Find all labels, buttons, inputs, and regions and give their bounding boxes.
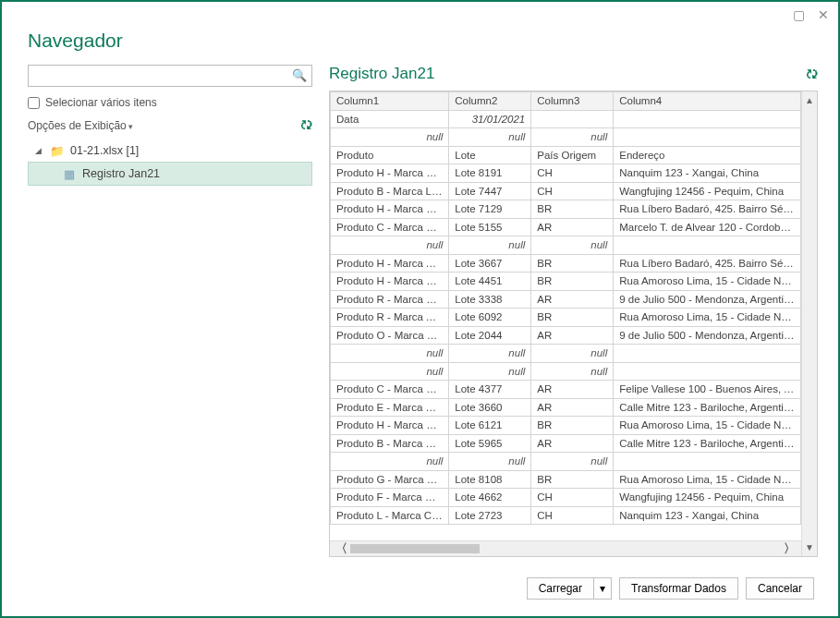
cell: CH <box>531 164 614 183</box>
caret-down-icon: ◢ <box>35 146 44 155</box>
preview-title: Registro Jan21 <box>329 65 434 83</box>
cell-null <box>614 453 801 471</box>
scroll-up-icon[interactable]: ▲ <box>805 95 814 105</box>
cell-null: null <box>331 345 449 363</box>
maximize-icon[interactable]: ▢ <box>793 7 805 22</box>
table-row[interactable]: Produto C - Marca DeltaLote 4377ARFelipe… <box>331 381 801 399</box>
table-row[interactable]: Produto R - Marca AlfaLote 6092BRRua Amo… <box>331 309 801 327</box>
cell: Nanquim 123 - Xangai, China <box>614 164 801 183</box>
cell: Calle Mitre 123 - Bariloche, Argentina <box>614 398 801 417</box>
cancel-button[interactable]: Cancelar <box>746 577 814 600</box>
cell-null: null <box>531 453 614 471</box>
cell: Produto <box>331 146 449 164</box>
cell-null: null <box>449 128 531 147</box>
tree-root-node[interactable]: ◢ 📁 01-21.xlsx [1] <box>28 139 312 162</box>
table-row[interactable]: Produto H - Marca DeltaLote 8191CHNanqui… <box>331 164 801 183</box>
cell-null: null <box>331 453 449 471</box>
table-row[interactable]: ProdutoLotePaís OrigemEndereço <box>331 146 801 164</box>
table-row[interactable]: Data31/01/2021 <box>331 110 801 128</box>
cell-null: null <box>449 453 531 471</box>
scroll-left-icon[interactable]: 〈 <box>335 540 347 557</box>
select-multiple-input[interactable] <box>28 97 40 109</box>
cell: Produto B - Marca Lambda <box>331 182 449 200</box>
horizontal-scrollbar[interactable]: 〈 〉 <box>330 540 801 556</box>
table-row[interactable]: Produto H - Marca GamaLote 7129BRRua Líb… <box>331 200 801 219</box>
cell-null: null <box>531 345 614 363</box>
table-row[interactable]: Produto L - Marca CapaLote 2723CHNanquim… <box>331 506 801 525</box>
display-options-dropdown[interactable]: Opções de Exibição <box>28 119 133 132</box>
refresh-icon[interactable]: 🗘 <box>300 118 312 132</box>
cell: AR <box>531 398 614 417</box>
table-row[interactable]: Produto G - Marca DeltaLote 8108BRRua Am… <box>331 470 801 489</box>
table-row[interactable]: Produto R - Marca GamaLote 3338AR9 de Ju… <box>331 290 801 309</box>
cell: BR <box>531 254 614 273</box>
cell: Calle Mitre 123 - Bariloche, Argentina <box>614 434 801 453</box>
cell: Produto R - Marca Alfa <box>331 309 449 327</box>
cell: Produto H - Marca Delta <box>331 164 449 183</box>
cell-null <box>614 128 801 147</box>
table-row[interactable]: Produto H - Marca CapaLote 4451BRRua Amo… <box>331 273 801 291</box>
scroll-right-icon[interactable]: 〉 <box>784 540 796 557</box>
cell: Lote 4662 <box>449 489 531 507</box>
table-row[interactable]: nullnullnull <box>331 128 801 147</box>
table-row[interactable]: Produto B - Marca DeltaLote 5965ARCalle … <box>331 434 801 453</box>
tree-child-label: Registro Jan21 <box>82 167 160 180</box>
cell: Marcelo T. de Alvear 120 - Cordoba, Arge… <box>614 218 801 236</box>
cell-null: null <box>331 128 449 147</box>
cell: Produto C - Marca Delta <box>331 218 449 236</box>
cell: Lote 8191 <box>449 164 531 183</box>
cell: BR <box>531 417 614 435</box>
cell: Endereço <box>614 146 801 164</box>
search-icon[interactable]: 🔍 <box>292 68 307 82</box>
cell: AR <box>531 381 614 399</box>
table-row[interactable]: nullnullnull <box>331 362 801 381</box>
preview-refresh-icon[interactable]: 🗘 <box>806 67 818 81</box>
column-header[interactable]: Column3 <box>531 92 614 111</box>
cell: Produto L - Marca Capa <box>331 506 449 525</box>
cell-null: null <box>331 362 449 381</box>
cell: Produto B - Marca Delta <box>331 434 449 453</box>
table-row[interactable]: Produto O - Marca DeltaLote 2044AR9 de J… <box>331 326 801 345</box>
cell: Produto F - Marca Gama <box>331 489 449 507</box>
cell-null: null <box>449 345 531 363</box>
search-input[interactable] <box>28 65 312 87</box>
column-header[interactable]: Column2 <box>449 92 531 111</box>
column-header[interactable]: Column4 <box>614 92 801 111</box>
close-icon[interactable]: ✕ <box>818 7 829 22</box>
tree-child-node[interactable]: ▦ Registro Jan21 <box>28 162 312 186</box>
scroll-down-icon[interactable]: ▼ <box>805 542 814 552</box>
cell: Lote 7129 <box>449 200 531 219</box>
scroll-thumb[interactable] <box>350 544 480 553</box>
cell: BR <box>531 470 614 489</box>
table-row[interactable]: nullnullnull <box>331 236 801 255</box>
table-row[interactable]: Produto C - Marca DeltaLote 5155ARMarcel… <box>331 218 801 236</box>
table-row[interactable]: Produto H - Marca AlfaLote 3667BRRua Líb… <box>331 254 801 273</box>
load-button[interactable]: Carregar <box>527 577 593 600</box>
cell: Lote 5965 <box>449 434 531 453</box>
table-row[interactable]: nullnullnull <box>331 453 801 471</box>
cell-null: null <box>331 236 449 255</box>
select-multiple-checkbox[interactable]: Selecionar vários itens <box>28 96 312 109</box>
transform-data-button[interactable]: Transformar Dados <box>619 577 738 600</box>
table-row[interactable]: Produto E - Marca DeltaLote 3660ARCalle … <box>331 398 801 417</box>
dialog-title: Navegador <box>28 30 123 52</box>
cell: Lote 3660 <box>449 398 531 417</box>
table-row[interactable]: Produto H - Marca BetaLote 6121BRRua Amo… <box>331 417 801 435</box>
cell: AR <box>531 434 614 453</box>
cell: Wangfujing 12456 - Pequim, China <box>614 489 801 507</box>
table-row[interactable]: Produto F - Marca GamaLote 4662CHWangfuj… <box>331 489 801 507</box>
cell: BR <box>531 309 614 327</box>
table-row[interactable]: nullnullnull <box>331 345 801 363</box>
cell-null: null <box>531 362 614 381</box>
cell: Lote 2044 <box>449 326 531 345</box>
column-header[interactable]: Column1 <box>331 92 449 111</box>
cell: CH <box>531 489 614 507</box>
table-row[interactable]: Produto B - Marca LambdaLote 7447CHWangf… <box>331 182 801 200</box>
preview-pane: Registro Jan21 🗘 Column1 Column2 Column3… <box>329 65 818 557</box>
source-tree: ◢ 📁 01-21.xlsx [1] ▦ Registro Jan21 <box>28 139 312 186</box>
cell: Produto H - Marca Alfa <box>331 254 449 273</box>
vertical-scrollbar[interactable]: ▲ ▼ <box>801 91 817 556</box>
load-dropdown-button[interactable]: ▾ <box>593 577 612 600</box>
cell: Data <box>331 110 449 128</box>
cell: País Origem <box>531 146 614 164</box>
